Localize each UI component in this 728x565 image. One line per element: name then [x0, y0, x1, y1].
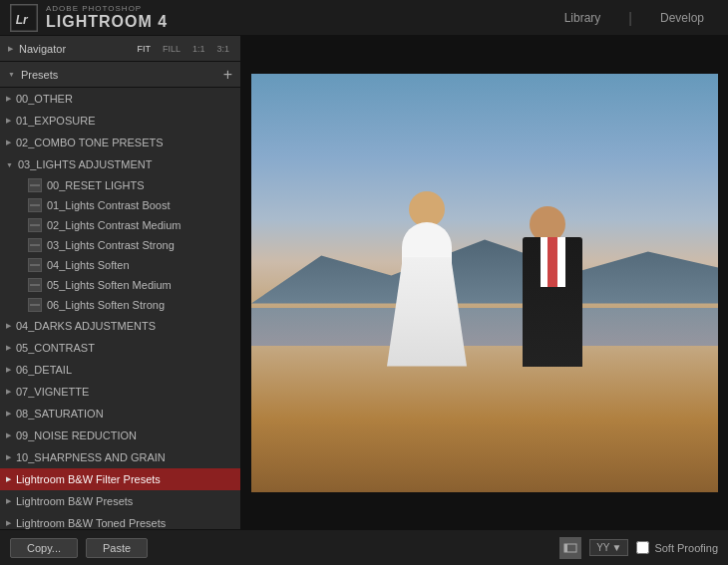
preset-group-header-05contrast[interactable]: ▶ 05_CONTRAST — [0, 337, 240, 359]
preset-group-header-03lights[interactable]: ▼ 03_LIGHTS ADJUSTMENT — [0, 153, 240, 175]
soft-proofing-control: Soft Proofing — [636, 541, 718, 554]
navigator-header[interactable]: ▶ Navigator FIT FILL 1:1 3:1 — [0, 36, 240, 62]
preset-group-label-lr-bw: Lightroom B&W Presets — [16, 495, 133, 507]
preset-group-lr-bw: ▶ Lightroom B&W Presets — [0, 490, 240, 512]
copy-button[interactable]: Copy... — [10, 538, 78, 558]
collapse-icon-05contrast: ▶ — [6, 344, 11, 352]
list-item[interactable]: 04_Lights Soften — [0, 255, 240, 275]
toolbar-right: YY ▼ Soft Proofing — [559, 537, 718, 559]
preset-item-label: 00_RESET LIGHTS — [47, 179, 145, 191]
presets-add-button[interactable]: + — [223, 67, 232, 83]
preset-item-icon — [28, 178, 42, 192]
collapse-icon-06detail: ▶ — [6, 366, 11, 374]
svg-text:Lr: Lr — [16, 12, 29, 26]
preset-group-header-00other[interactable]: ▶ 00_OTHER — [0, 88, 240, 110]
preset-group-header-lr-bw-filter[interactable]: ▶ Lightroom B&W Filter Presets — [0, 468, 240, 490]
preset-group-02combo: ▶ 02_COMBO TONE PRESETS — [0, 132, 240, 153]
collapse-icon-09noise: ▶ — [6, 431, 11, 439]
preset-item-icon — [28, 238, 42, 252]
preset-group-10sharpness: ▶ 10_SHARPNESS AND GRAIN — [0, 446, 240, 468]
presets-label: Presets — [21, 69, 217, 81]
top-nav: Library | Develop — [550, 0, 718, 36]
collapse-icon-03lights: ▼ — [6, 161, 13, 168]
collapse-icon-10sharpness: ▶ — [6, 453, 11, 461]
bottom-toolbar: Copy... Paste YY ▼ Soft Proofing — [0, 529, 728, 565]
nav-library[interactable]: Library — [550, 0, 615, 36]
preset-group-lr-bw-filter: ▶ Lightroom B&W Filter Presets — [0, 468, 240, 490]
preset-group-label-04darks: 04_DARKS ADJUSTMENTS — [16, 320, 156, 332]
collapse-icon-08saturation: ▶ — [6, 410, 11, 418]
soft-proofing-label[interactable]: Soft Proofing — [654, 542, 718, 554]
list-item[interactable]: 06_Lights Soften Strong — [0, 295, 240, 315]
presets-collapse-icon: ▼ — [8, 71, 15, 78]
preset-group-label-01exposure: 01_EXPOSURE — [16, 115, 95, 127]
photo-background — [251, 74, 718, 492]
groom-figure — [518, 197, 587, 367]
preset-item-label: 03_Lights Contrast Strong — [47, 239, 175, 251]
yy-dropdown-icon: ▼ — [612, 542, 622, 553]
preset-group-header-10sharpness[interactable]: ▶ 10_SHARPNESS AND GRAIN — [0, 446, 240, 468]
preset-group-header-09noise[interactable]: ▶ 09_NOISE REDUCTION — [0, 424, 240, 446]
left-panel: ▶ Navigator FIT FILL 1:1 3:1 ▼ Presets +… — [0, 36, 241, 529]
preset-group-header-lr-bw-toned[interactable]: ▶ Lightroom B&W Toned Presets — [0, 512, 240, 529]
paste-button[interactable]: Paste — [86, 538, 148, 558]
collapse-icon-lr-bw-filter: ▶ — [6, 475, 11, 483]
photo-sand — [251, 346, 718, 492]
preset-item-icon — [28, 258, 42, 272]
soft-proofing-checkbox[interactable] — [636, 541, 649, 554]
nav-3-1[interactable]: 3:1 — [213, 44, 232, 54]
preset-group-header-08saturation[interactable]: ▶ 08_SATURATION — [0, 403, 240, 424]
nav-1-1[interactable]: 1:1 — [189, 44, 208, 54]
bride-figure — [382, 207, 472, 367]
preset-item-label: 02_Lights Contrast Medium — [47, 219, 182, 231]
presets-header[interactable]: ▼ Presets + — [0, 62, 240, 88]
preset-group-label-lr-bw-toned: Lightroom B&W Toned Presets — [16, 517, 166, 529]
preset-group-08saturation: ▶ 08_SATURATION — [0, 403, 240, 424]
preset-group-label-03lights: 03_LIGHTS ADJUSTMENT — [18, 158, 152, 170]
lr-logo: Lr — [10, 4, 38, 32]
preset-group-header-06detail[interactable]: ▶ 06_DETAIL — [0, 359, 240, 381]
preset-group-label-02combo: 02_COMBO TONE PRESETS — [16, 137, 164, 148]
compare-mode-button[interactable]: YY ▼ — [589, 539, 628, 556]
list-item[interactable]: 01_Lights Contrast Boost — [0, 195, 240, 215]
preset-item-icon — [28, 278, 42, 292]
preset-group-header-01exposure[interactable]: ▶ 01_EXPOSURE — [0, 110, 240, 132]
photo-container — [251, 74, 718, 492]
photo-mountain — [251, 224, 718, 304]
preset-item-icon — [28, 198, 42, 212]
preset-group-01exposure: ▶ 01_EXPOSURE — [0, 110, 240, 132]
yy-label: YY — [596, 542, 609, 553]
preset-group-label-00other: 00_OTHER — [16, 93, 73, 105]
nav-fill[interactable]: FILL — [160, 44, 183, 54]
preset-group-header-lr-bw[interactable]: ▶ Lightroom B&W Presets — [0, 490, 240, 512]
preset-group-00other: ▶ 00_OTHER — [0, 88, 240, 110]
nav-develop[interactable]: Develop — [646, 0, 718, 36]
collapse-icon-00other: ▶ — [6, 95, 11, 103]
preset-item-label: 04_Lights Soften — [47, 259, 130, 271]
list-item[interactable]: 02_Lights Contrast Medium — [0, 215, 240, 235]
preset-item-icon — [28, 218, 42, 232]
groom-tie — [547, 237, 557, 287]
adobe-label: ADOBE PHOTOSHOP — [46, 4, 168, 13]
top-bar: Lr ADOBE PHOTOSHOP LIGHTROOM 4 Library |… — [0, 0, 728, 36]
preset-group-04darks: ▶ 04_DARKS ADJUSTMENTS — [0, 315, 240, 337]
preset-group-label-07vignette: 07_VIGNETTE — [16, 386, 89, 398]
preset-group-header-02combo[interactable]: ▶ 02_COMBO TONE PRESETS — [0, 132, 240, 153]
filmstrip-view-button[interactable] — [559, 537, 581, 559]
preset-group-label-08saturation: 08_SATURATION — [16, 408, 104, 420]
app-title-area: ADOBE PHOTOSHOP LIGHTROOM 4 — [46, 4, 168, 31]
nav-fit[interactable]: FIT — [134, 44, 154, 54]
photo-area — [241, 36, 728, 529]
groom-suit — [523, 237, 582, 367]
list-item[interactable]: 05_Lights Soften Medium — [0, 275, 240, 295]
preset-group-lr-bw-toned: ▶ Lightroom B&W Toned Presets — [0, 512, 240, 529]
preset-item-label: 01_Lights Contrast Boost — [47, 199, 171, 211]
preset-group-header-04darks[interactable]: ▶ 04_DARKS ADJUSTMENTS — [0, 315, 240, 337]
list-item[interactable]: 03_Lights Contrast Strong — [0, 235, 240, 255]
list-item[interactable]: 00_RESET LIGHTS — [0, 175, 240, 195]
collapse-icon-02combo: ▶ — [6, 139, 11, 146]
collapse-icon-04darks: ▶ — [6, 322, 11, 330]
preset-group-header-07vignette[interactable]: ▶ 07_VIGNETTE — [0, 381, 240, 403]
app-name: LIGHTROOM 4 — [46, 13, 168, 31]
preset-group-label-10sharpness: 10_SHARPNESS AND GRAIN — [16, 451, 166, 463]
